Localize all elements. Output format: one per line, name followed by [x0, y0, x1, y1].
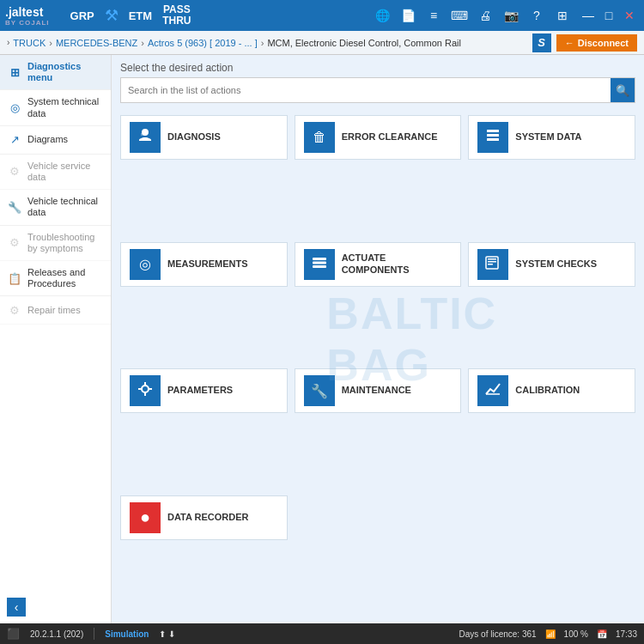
sidebar-label-troubleshooting: Troubleshooting by symptoms: [27, 232, 104, 254]
disconnect-area: S ← Disconnect: [532, 33, 637, 52]
nav-pass-thru[interactable]: PASSTHRU: [162, 4, 191, 27]
svg-point-10: [142, 386, 149, 392]
breadcrumb-model[interactable]: Actros 5 (963) [ 2019 - ... ]: [148, 38, 258, 48]
status-right: Days of licence: 361 📶 100 % 📅 17:33: [459, 629, 637, 639]
disconnect-label: Disconnect: [578, 38, 629, 48]
search-bar: 🔍: [120, 77, 635, 103]
svg-rect-7: [488, 258, 496, 260]
error-clearance-icon-box: 🗑: [304, 122, 335, 153]
breadcrumb-bar: › TRUCK › MERCEDES-BENZ › Actros 5 (963)…: [0, 31, 644, 55]
action-card-system-data[interactable]: SYSTEM DATA: [468, 115, 635, 160]
action-card-error-clearance[interactable]: 🗑 ERROR CLEARANCE: [295, 115, 462, 160]
vehicle-service-icon: ⚙: [7, 164, 22, 179]
repair-times-icon: ⚙: [7, 302, 22, 318]
main-area: ⊞ Diagnostics menu ◎ System technical da…: [0, 55, 644, 623]
action-card-calibration[interactable]: CALIBRATION: [468, 368, 635, 413]
breadcrumb-brand[interactable]: MERCEDES-BENZ: [56, 38, 137, 48]
vehicle-tech-icon: 🔧: [7, 199, 22, 215]
help-icon[interactable]: ?: [527, 6, 546, 25]
sidebar-item-vehicle-service-data: ⚙ Vehicle service data: [0, 155, 111, 190]
maintenance-label: MAINTENANCE: [342, 385, 411, 396]
calibration-icon-box: [477, 375, 508, 406]
sidebar-collapse-area: ‹: [0, 591, 111, 623]
releases-icon: 📋: [7, 270, 22, 286]
breadcrumb: › TRUCK › MERCEDES-BENZ › Actros 5 (963)…: [7, 38, 532, 48]
sidebar-item-vehicle-technical-data[interactable]: 🔧 Vehicle technical data: [0, 190, 111, 225]
parameters-icon: [137, 380, 154, 402]
nav-icon: ⚒: [105, 6, 118, 25]
maximize-button[interactable]: □: [599, 6, 618, 25]
list-icon[interactable]: ≡: [424, 6, 443, 25]
action-card-measurements[interactable]: ◎ MEASUREMENTS: [120, 242, 288, 287]
search-button[interactable]: 🔍: [611, 78, 635, 102]
window-controls: — □ ✕: [579, 6, 639, 25]
grid-icon[interactable]: ⊞: [553, 6, 572, 25]
system-data-label: SYSTEM DATA: [515, 131, 581, 143]
calibration-icon: [484, 380, 501, 402]
upload-icon: ⬆: [159, 629, 166, 639]
data-recorder-icon: ●: [140, 507, 150, 527]
globe-icon[interactable]: 🌐: [373, 6, 392, 25]
sidebar: ⊞ Diagnostics menu ◎ System technical da…: [0, 55, 112, 623]
system-data-icon-box: [477, 122, 508, 153]
action-card-actuate-components[interactable]: ACTUATE COMPONENTS: [295, 242, 462, 287]
data-recorder-icon-box: ●: [130, 502, 161, 533]
action-card-system-checks[interactable]: SYSTEM CHECKS: [468, 242, 635, 287]
sidebar-item-diagrams[interactable]: ↗ Diagrams: [0, 126, 111, 155]
camera-icon[interactable]: 📷: [501, 6, 520, 25]
parameters-label: PARAMETERS: [167, 385, 233, 396]
sidebar-item-diagnostics-menu[interactable]: ⊞ Diagnostics menu: [0, 55, 111, 90]
svg-rect-1: [487, 134, 499, 137]
minimize-button[interactable]: —: [579, 6, 598, 25]
system-tech-icon: ◎: [7, 100, 22, 116]
actions-grid: DIAGNOSIS 🗑 ERROR CLEARANCE: [112, 110, 644, 623]
sidebar-item-releases[interactable]: 📋 Releases and Procedures: [0, 261, 111, 296]
system-checks-icon-box: [477, 249, 508, 280]
clock-time: 17:33: [616, 629, 637, 639]
toolbar-icons: 🌐 📄 ≡ ⌨ 🖨 📷 ? ⊞: [373, 6, 572, 25]
keyboard-icon[interactable]: ⌨: [450, 6, 469, 25]
disconnect-button[interactable]: ← Disconnect: [556, 34, 637, 52]
measurements-icon-box: ◎: [130, 249, 161, 280]
data-recorder-label: DATA RECORDER: [167, 512, 249, 523]
breadcrumb-truck[interactable]: TRUCK: [13, 38, 46, 48]
s-logo-icon: S: [532, 33, 551, 52]
maintenance-icon: 🔧: [311, 383, 328, 399]
sidebar-label-diagrams: Diagrams: [27, 134, 68, 145]
svg-rect-2: [487, 138, 499, 141]
sidebar-item-repair-times: ⚙ Repair times: [0, 296, 111, 325]
action-card-diagnosis[interactable]: DIAGNOSIS: [120, 115, 288, 160]
collapse-sidebar-button[interactable]: ‹: [7, 598, 26, 617]
actuate-components-icon: [312, 255, 327, 274]
nav-grp[interactable]: GRP: [70, 10, 94, 21]
status-version: 20.2.1.1 (202): [30, 629, 83, 639]
nav-etm[interactable]: ETM: [129, 10, 152, 21]
close-button[interactable]: ✕: [620, 6, 639, 25]
diagnosis-icon: [137, 127, 154, 148]
diagrams-icon: ↗: [7, 132, 22, 148]
document-icon[interactable]: 📄: [398, 6, 417, 25]
svg-rect-8: [488, 261, 496, 263]
logo-brand: BY COJALI: [5, 19, 50, 27]
print-icon[interactable]: 🖨: [476, 6, 495, 25]
app-logo: .jaltest BY COJALI: [5, 5, 57, 27]
sidebar-label-vehicle-tech: Vehicle technical data: [27, 196, 104, 218]
sidebar-item-system-technical-data[interactable]: ◎ System technical data: [0, 90, 111, 125]
sidebar-item-troubleshooting: ⚙ Troubleshooting by symptoms: [0, 226, 111, 261]
app-frame: .jaltest BY COJALI GRP ⚒ ETM PASSTHRU 🌐 …: [0, 0, 644, 644]
action-card-data-recorder[interactable]: ● DATA RECORDER: [120, 495, 288, 540]
search-input[interactable]: [121, 81, 611, 100]
sidebar-label-releases: Releases and Procedures: [27, 267, 104, 289]
system-checks-icon: [485, 255, 501, 274]
svg-rect-3: [313, 258, 326, 260]
disconnect-arrow-icon: ←: [565, 38, 574, 48]
action-card-maintenance[interactable]: 🔧 MAINTENANCE: [295, 368, 462, 413]
action-card-parameters[interactable]: PARAMETERS: [120, 368, 288, 413]
days-of-licence: Days of licence: 361: [459, 629, 537, 639]
svg-rect-5: [313, 265, 326, 268]
sidebar-label-diagnostics: Diagnostics menu: [27, 61, 104, 83]
top-nav: GRP ⚒ ETM PASSTHRU: [70, 4, 191, 27]
parameters-icon-box: [130, 375, 161, 406]
sidebar-label-vehicle-service: Vehicle service data: [27, 161, 104, 183]
error-clearance-label: ERROR CLEARANCE: [342, 131, 438, 143]
